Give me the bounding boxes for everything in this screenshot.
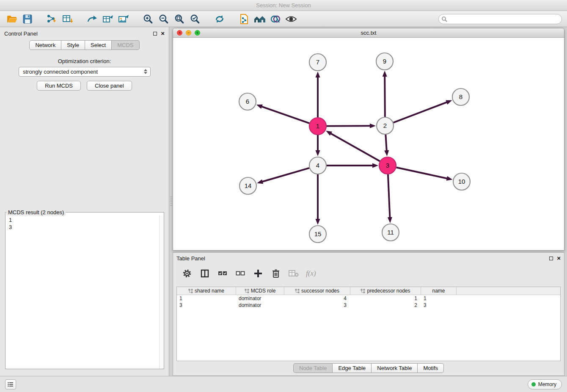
export-network-icon[interactable] [85,13,99,25]
import-table-from-file-icon[interactable] [61,13,74,25]
tab-network[interactable]: Network [29,40,61,50]
close-panel-icon[interactable]: × [161,31,165,36]
deselect-all-rows-icon[interactable] [235,268,246,279]
graph-edge-1-2[interactable] [327,126,371,126]
delete-table-icon[interactable] [288,268,299,279]
fx-label: f(x) [306,269,316,278]
search-input[interactable] [438,14,562,24]
table-settings-gear-icon[interactable] [182,268,193,279]
table-row[interactable]: 1 dominator 4 1 1 [177,295,560,302]
tab-motifs[interactable]: Motifs [418,363,444,373]
column-header-predecessor-nodes[interactable]: predecessor nodes [350,287,421,295]
maximize-window-icon[interactable]: + [195,30,200,36]
zoom-in-icon[interactable] [141,13,155,25]
graph-edge-3-11[interactable] [388,174,390,218]
result-scrollbar[interactable] [159,215,164,369]
table-row[interactable]: 3 dominator 3 2 3 [177,302,560,309]
show-graphics-details-icon[interactable] [284,13,298,25]
refresh-icon[interactable] [213,13,226,25]
cell-mcds-role[interactable]: dominator [236,295,284,302]
show-columns-icon[interactable] [199,268,210,279]
optimization-criterion-select[interactable]: strongly connected component [19,67,151,77]
float-panel-icon[interactable] [549,257,553,260]
cell-shared-name[interactable]: 1 [177,295,236,302]
graph-node-4[interactable]: 4 [309,157,326,174]
add-column-icon[interactable] [253,268,264,279]
memory-button[interactable]: Memory [528,379,562,389]
graph-node-2[interactable]: 2 [377,117,394,134]
select-all-rows-icon[interactable] [217,268,228,279]
network-canvas[interactable]: 7968124310141511 [173,38,564,250]
cell-mcds-role[interactable]: dominator [236,302,284,309]
graph-edge-2-9[interactable] [385,75,385,117]
tab-select[interactable]: Select [85,40,112,50]
toolbar-separator [228,11,235,27]
column-header-successor-nodes[interactable]: successor nodes [284,287,350,295]
column-type-icon [295,289,300,293]
export-table-icon[interactable] [101,13,115,25]
graph-edge-2-8[interactable] [394,102,448,123]
graph-node-8[interactable]: 8 [452,88,469,105]
cell-predecessor-nodes[interactable]: 1 [350,295,421,302]
cell-name[interactable]: 3 [421,302,457,309]
close-panel-button[interactable]: Close panel [87,81,132,91]
column-header-mcds-role[interactable]: MCDS role [236,287,284,295]
float-panel-icon[interactable] [153,32,157,36]
graph-node-11[interactable]: 11 [382,224,399,241]
graph-node-14[interactable]: 14 [239,177,256,194]
run-mcds-button[interactable]: Run MCDS [37,81,81,91]
splitter-handle[interactable] [170,196,172,206]
import-network-from-file-icon[interactable] [45,13,59,25]
zoom-selected-icon[interactable] [188,13,202,25]
network-document-icon[interactable] [237,13,251,25]
window-titlebar: Session: New Session [0,0,567,11]
overview-icon[interactable] [253,13,267,25]
tab-style[interactable]: Style [61,40,85,50]
graph-node-9[interactable]: 9 [376,53,393,70]
memory-label: Memory [538,381,556,387]
select-stepper-icon [144,69,147,74]
search-icon [441,16,447,22]
cell-successor-nodes[interactable]: 3 [284,302,350,309]
cell-successor-nodes[interactable]: 4 [284,295,350,302]
column-header-name[interactable]: name [421,287,457,295]
tab-network-table[interactable]: Network Table [372,363,418,373]
minimize-window-icon[interactable]: – [186,30,191,36]
graph-edge-1-6[interactable] [261,106,309,123]
graph-node-10[interactable]: 10 [453,173,470,190]
svg-text:3: 3 [386,162,389,169]
close-panel-icon[interactable]: × [557,256,561,261]
delete-column-trash-icon[interactable] [270,268,281,279]
column-header-shared-name[interactable]: shared name [177,287,236,295]
style-paint-icon[interactable] [269,13,282,25]
graph-edge-arrowhead [316,72,320,77]
column-type-icon [361,289,365,293]
cell-predecessor-nodes[interactable]: 2 [350,302,421,309]
tab-edge-table[interactable]: Edge Table [333,363,372,373]
graph-edge-4-14[interactable] [261,168,309,182]
cell-shared-name[interactable]: 3 [177,302,236,309]
tab-mcds[interactable]: MCDS [112,40,139,50]
save-icon[interactable] [21,13,34,25]
zoom-out-icon[interactable] [157,13,171,25]
graph-node-6[interactable]: 6 [239,93,256,110]
graph-edge-3-1[interactable] [330,133,380,161]
close-window-icon[interactable]: × [177,30,182,36]
table-toolbar: f(x) [176,265,561,282]
zoom-fit-icon[interactable] [173,13,186,25]
cell-name[interactable]: 1 [421,295,457,302]
mcds-result-list: 1 3 [6,215,164,231]
task-history-icon[interactable] [5,379,16,389]
graph-edge-3-10[interactable] [396,167,448,179]
graph-node-1[interactable]: 1 [309,118,326,135]
tab-node-table[interactable]: Node Table [293,363,333,373]
function-builder-icon[interactable]: f(x) [306,268,316,279]
export-image-icon[interactable] [117,13,130,25]
graph-node-3[interactable]: 3 [379,157,396,174]
graph-node-7[interactable]: 7 [309,54,326,71]
network-graph[interactable]: 7968124310141511 [173,38,564,250]
panel-splitter[interactable] [170,27,173,376]
graph-node-15[interactable]: 15 [309,226,326,243]
open-icon[interactable] [5,13,19,25]
graph-edge-2-3[interactable] [385,135,387,152]
